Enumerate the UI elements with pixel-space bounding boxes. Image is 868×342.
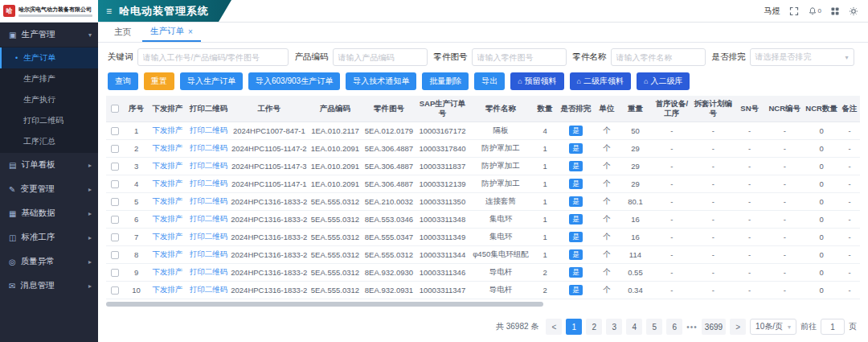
row-checkbox[interactable] [111, 251, 119, 259]
sidebar-item-order-board[interactable]: ▤订单看板▸ [0, 153, 98, 177]
product-code-input[interactable] [333, 48, 428, 66]
secondary-store-picking-button[interactable]: ⌂二级库领料 [570, 72, 631, 90]
page-button-4[interactable]: 4 [626, 319, 642, 335]
print-qrcode-link[interactable]: 打印二维码 [190, 214, 228, 223]
query-button[interactable]: 查询 [108, 72, 138, 90]
cell-sn: - [734, 192, 765, 210]
row-checkbox[interactable] [111, 269, 119, 277]
page-button-3699[interactable]: 3699 [702, 319, 726, 335]
row-checkbox[interactable] [111, 127, 119, 135]
import-production-order-button[interactable]: 导入生产订单 [180, 72, 243, 90]
print-qrcode-link[interactable]: 打印二维码 [190, 232, 228, 241]
tab-label: 主页 [114, 27, 131, 38]
sidebar-subitem[interactable]: •生产订单 [0, 47, 98, 68]
dispatch-link[interactable]: 下发排产 [153, 232, 183, 241]
table-header-row: 序号下发排产打印二维码工作号产品编码零件图号SAP生产订单号零件名称数量是否排完… [106, 96, 860, 122]
fullscreen-icon[interactable] [789, 6, 799, 16]
print-qrcode-link[interactable]: 打印二维码 [190, 196, 228, 205]
close-icon[interactable]: × [188, 27, 193, 36]
scheduled-select[interactable]: 请选择是否排完▾ [750, 48, 854, 66]
export-button[interactable]: 导出 [474, 72, 505, 90]
horizontal-scrollbar[interactable] [106, 302, 543, 307]
page-size-select[interactable]: 10条/页 ▾ [750, 319, 796, 335]
sidebar-subitem-label: 生产排产 [23, 73, 55, 84]
import-tech-notice-button[interactable]: 导入技术通知单 [346, 72, 416, 90]
reset-button[interactable]: 重置 [144, 72, 174, 90]
next-page-button[interactable]: > [730, 319, 746, 335]
sidebar-subitem[interactable]: 生产执行 [0, 89, 98, 110]
sidebar-item-change-management[interactable]: ✎变更管理▸ [0, 177, 98, 201]
cell-dispatch: 下发排产 [148, 175, 187, 192]
username[interactable]: 马煜 [764, 6, 780, 17]
tab-bar: 主页生产订单× [98, 23, 868, 43]
button-label: 导入技术通知单 [353, 76, 409, 87]
print-qrcode-link[interactable]: 打印二维码 [190, 249, 228, 258]
dispatch-link[interactable]: 下发排产 [153, 143, 183, 152]
sidebar-subitem[interactable]: 工序汇总 [0, 131, 98, 152]
select-all-checkbox[interactable] [111, 105, 119, 113]
cell-weight: 80.1 [620, 192, 651, 210]
sidebar-subitem[interactable]: 打印二维码 [0, 110, 98, 131]
sidebar-subitem[interactable]: 生产排产 [0, 68, 98, 89]
sidebar-item-standard-process[interactable]: ◫标准工序▸ [0, 225, 98, 249]
print-qrcode-link[interactable]: 打印二维码 [190, 267, 228, 276]
cell-product-code: 5EA.555.0312 [308, 228, 362, 245]
dispatch-link[interactable]: 下发排产 [153, 285, 183, 294]
cell-ncr-qty: 0 [804, 281, 839, 299]
reserve-picking-button[interactable]: ⌂预留领料 [510, 72, 563, 90]
collapse-sidebar-icon[interactable]: ≡ [106, 6, 113, 17]
company-name: 哈尔滨电气动力装备有限公司 [18, 6, 92, 14]
dispatch-link[interactable]: 下发排产 [153, 126, 183, 134]
select-placeholder: 请选择是否排完 [755, 52, 812, 63]
import-603-903-order-button[interactable]: 导入603/903生产订单 [248, 72, 340, 90]
table-row: 4下发排产打印二维码2024HPC1105-1147-11EA.010.2091… [106, 175, 860, 192]
goto-page-input[interactable] [821, 319, 845, 335]
row-checkbox[interactable] [111, 216, 119, 224]
row-checkbox[interactable] [111, 286, 119, 295]
grid-icon[interactable] [830, 6, 840, 16]
prev-page-button[interactable]: < [546, 319, 562, 335]
cell-checkbox [106, 210, 125, 228]
sidebar-item-quality-exception[interactable]: ◎质量异常▸ [0, 249, 98, 274]
settings-icon[interactable] [849, 6, 858, 16]
sidebar-item-label: 消息管理 [20, 280, 54, 291]
tab-production-order[interactable]: 生产订单× [142, 23, 201, 42]
print-qrcode-link[interactable]: 打印二维码 [190, 285, 228, 294]
part-name-input[interactable] [611, 48, 706, 66]
print-qrcode-link[interactable]: 打印二维码 [190, 126, 228, 134]
quality-icon: ◎ [9, 258, 16, 266]
cell-part-no: 5EA.306.4887 [362, 139, 416, 157]
print-qrcode-link[interactable]: 打印二维码 [190, 161, 228, 170]
dispatch-link[interactable]: 下发排产 [153, 196, 183, 205]
sidebar-item-message-management[interactable]: ✉消息管理▸ [0, 274, 98, 298]
page-button-6[interactable]: 6 [666, 319, 682, 335]
part-drawing-no-input[interactable] [472, 48, 567, 66]
dispatch-link[interactable]: 下发排产 [153, 179, 183, 187]
sidebar-item-base-data[interactable]: ▦基础数据▸ [0, 201, 98, 225]
into-secondary-store-button[interactable]: ⌂入二级库 [637, 72, 690, 90]
batch-delete-button[interactable]: 批量删除 [422, 72, 469, 90]
page-button-1[interactable]: 1 [566, 319, 582, 335]
print-qrcode-link[interactable]: 打印二维码 [190, 179, 228, 187]
row-checkbox[interactable] [111, 145, 119, 153]
row-checkbox[interactable] [111, 198, 119, 206]
row-checkbox[interactable] [111, 233, 119, 241]
page-button-3[interactable]: 3 [606, 319, 622, 335]
tab-home[interactable]: 主页 [106, 23, 139, 42]
page-button-2[interactable]: 2 [586, 319, 602, 335]
dispatch-link[interactable]: 下发排产 [153, 249, 183, 258]
page-button-5[interactable]: 5 [646, 319, 662, 335]
dispatch-link[interactable]: 下发排产 [153, 214, 183, 223]
dispatch-link[interactable]: 下发排产 [153, 267, 183, 276]
cell-ncr-qty: 0 [804, 175, 839, 192]
print-qrcode-link[interactable]: 打印二维码 [190, 143, 228, 152]
sidebar-item-production[interactable]: ▣生产管理▾ [0, 23, 98, 47]
dispatch-link[interactable]: 下发排产 [153, 161, 183, 170]
cell-unit: 个 [595, 175, 620, 192]
row-checkbox[interactable] [111, 163, 119, 171]
notification-icon[interactable]: 0 [808, 6, 821, 16]
cell-scheduled: 是 [558, 281, 595, 299]
row-checkbox[interactable] [111, 180, 119, 188]
keyword-input[interactable] [137, 48, 289, 66]
cell-product-code: 5EA.555.0312 [308, 210, 362, 228]
